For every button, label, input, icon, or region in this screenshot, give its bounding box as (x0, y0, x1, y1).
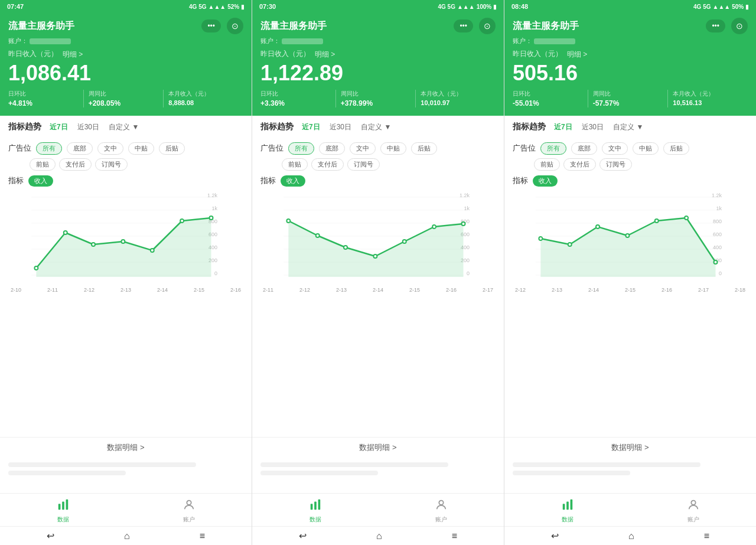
nav-item-0[interactable]: 数据 (504, 498, 630, 524)
phone-panel-2: 07:30 4G 5G ▲▲▲ 100% ▮ 流量主服务助手 ••• ⊙ 账户：… (252, 0, 504, 545)
trend-tab-0[interactable]: 近7日 (299, 122, 322, 133)
stat-label-0: 日环比 (513, 90, 583, 98)
indicator-badge[interactable]: 收入 (533, 175, 558, 187)
ad-pill-4[interactable]: 后贴 (159, 142, 185, 155)
yesterday-label: 昨日收入（元） (513, 49, 562, 59)
trend-tab-2[interactable]: 自定义 ▼ (359, 122, 393, 133)
ad-pill-4[interactable]: 后贴 (411, 142, 437, 155)
nav-item-0[interactable]: 数据 (0, 498, 126, 524)
nav-item-1[interactable]: 账户 (630, 498, 756, 524)
scan-button[interactable]: ⊙ (479, 18, 496, 34)
indicator-badge[interactable]: 收入 (281, 175, 305, 187)
ad-position-row1: 广告位 所有 底部 文中 中贴 后贴 (513, 142, 748, 155)
sys-btn-2[interactable]: ≡ (704, 531, 709, 541)
detail-link[interactable]: 明细 > (63, 50, 83, 60)
sys-btn-0[interactable]: ↩ (299, 530, 307, 541)
ad-pill-r2-2[interactable]: 订阅号 (599, 158, 632, 171)
ad-pill-r2-1[interactable]: 支付后 (563, 158, 596, 171)
chart-area: 1.2k 1k 800 600 400 200 0 (252, 191, 504, 437)
ad-pill-1[interactable]: 底部 (319, 142, 345, 155)
blur-line-2 (513, 471, 630, 475)
indicator-badge[interactable]: 收入 (28, 175, 53, 187)
svg-rect-72 (566, 502, 569, 510)
ad-pill-3[interactable]: 中贴 (128, 142, 154, 155)
trend-tabs: 近7日 近30日 自定义 ▼ (299, 122, 393, 133)
ad-position-row2: 前贴 支付后 订阅号 (260, 158, 496, 171)
trend-tab-2[interactable]: 自定义 ▼ (106, 122, 141, 133)
ad-pill-r2-0[interactable]: 前贴 (30, 158, 56, 171)
ad-pill-3[interactable]: 中贴 (633, 142, 659, 155)
blur-line-1 (8, 462, 196, 467)
x-label-2: 2-13 (336, 287, 347, 293)
nav-item-0[interactable]: 数据 (252, 498, 378, 524)
more-button[interactable]: ••• (706, 19, 725, 32)
ad-pill-r2-0[interactable]: 前贴 (534, 158, 560, 171)
nav-icon-1 (687, 498, 700, 514)
wifi-icon: ▲▲▲ (457, 4, 475, 10)
ad-pill-2[interactable]: 文中 (350, 142, 376, 155)
nav-label-1: 账户 (183, 515, 195, 524)
data-detail-link[interactable]: 数据明细 > (0, 437, 252, 458)
stat-label-1: 周同比 (341, 90, 411, 98)
svg-text:0: 0 (719, 270, 722, 276)
trend-tab-1[interactable]: 近30日 (327, 122, 354, 133)
sys-btn-2[interactable]: ≡ (452, 531, 457, 541)
ad-pill-r2-2[interactable]: 订阅号 (347, 158, 380, 171)
nav-item-1[interactable]: 账户 (378, 498, 504, 524)
stat-label-2: 本月收入（元） (421, 90, 491, 98)
svg-point-24 (187, 501, 191, 505)
ad-pill-r2-0[interactable]: 前贴 (282, 158, 308, 171)
nav-label-1: 账户 (435, 515, 447, 524)
ad-pill-r2-2[interactable]: 订阅号 (95, 158, 128, 171)
x-labels: 2-102-112-122-132-142-152-16 (5, 286, 247, 293)
ad-pill-3[interactable]: 中贴 (380, 142, 406, 155)
scan-button[interactable]: ⊙ (731, 18, 748, 34)
stat-value-0: +4.81% (8, 99, 79, 107)
data-detail-link[interactable]: 数据明细 > (252, 437, 504, 458)
sys-btn-1[interactable]: ⌂ (376, 531, 382, 541)
ad-pill-1[interactable]: 底部 (67, 142, 93, 155)
indicator-label: 指标 (513, 175, 528, 186)
sys-btn-1[interactable]: ⌂ (628, 531, 634, 541)
detail-link[interactable]: 明细 > (567, 50, 587, 60)
ad-pill-2[interactable]: 文中 (97, 142, 123, 155)
data-detail-link[interactable]: 数据明细 > (504, 437, 756, 458)
trend-tab-0[interactable]: 近7日 (47, 122, 70, 133)
trend-tab-2[interactable]: 自定义 ▼ (611, 122, 646, 133)
svg-point-14 (34, 266, 38, 270)
ad-pill-0[interactable]: 所有 (36, 142, 62, 155)
ad-pill-0[interactable]: 所有 (540, 142, 566, 155)
indicator-label: 指标 (8, 175, 24, 186)
ad-pill-4[interactable]: 后贴 (663, 142, 689, 155)
nav-icon-0 (561, 498, 574, 514)
ad-pill-r2-1[interactable]: 支付后 (59, 158, 92, 171)
nav-item-1[interactable]: 账户 (126, 498, 252, 524)
ad-pill-0[interactable]: 所有 (288, 142, 314, 155)
status-bar: 07:30 4G 5G ▲▲▲ 100% ▮ (252, 0, 504, 13)
phone-panel-1: 07:47 4G 5G ▲▲▲ 52% ▮ 流量主服务助手 ••• ⊙ 账户： … (0, 0, 252, 545)
x-label-6: 2-17 (483, 287, 493, 293)
trend-tab-1[interactable]: 近30日 (579, 122, 606, 133)
x-label-1: 2-12 (299, 287, 310, 293)
more-button[interactable]: ••• (454, 19, 473, 32)
stats-row: 日环比 +4.81% 周同比 +208.05% 本月收入（元） 8,888.08 (8, 90, 243, 107)
trend-tab-1[interactable]: 近30日 (75, 122, 102, 133)
account-blur (534, 38, 575, 44)
ad-pill-2[interactable]: 文中 (602, 142, 628, 155)
sys-btn-0[interactable]: ↩ (47, 530, 54, 541)
more-button[interactable]: ••• (201, 19, 221, 32)
ad-pill-1[interactable]: 底部 (571, 142, 597, 155)
bottom-nav: 数据 账户 (504, 493, 756, 526)
stats-row: 日环比 +3.36% 周同比 +378.99% 本月收入（元） 10,010.9… (260, 90, 496, 107)
sys-btn-1[interactable]: ⌂ (124, 531, 130, 541)
ad-position-label: 广告位 (513, 143, 536, 154)
trend-title: 指标趋势 (8, 122, 41, 132)
ad-position-label: 广告位 (8, 143, 31, 154)
ad-pill-r2-1[interactable]: 支付后 (311, 158, 344, 171)
trend-tab-0[interactable]: 近7日 (552, 122, 575, 133)
detail-link[interactable]: 明细 > (315, 50, 335, 60)
stat-label-1: 周同比 (593, 90, 663, 98)
sys-btn-2[interactable]: ≡ (200, 531, 205, 541)
sys-btn-0[interactable]: ↩ (551, 530, 559, 541)
scan-button[interactable]: ⊙ (227, 18, 243, 34)
